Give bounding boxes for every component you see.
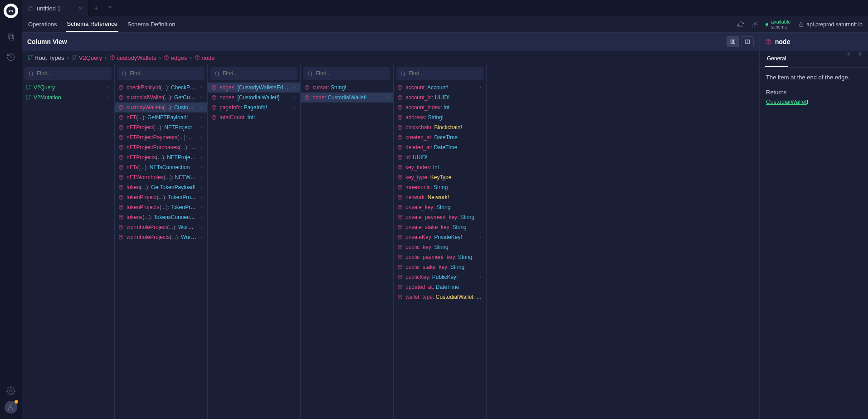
schema-item[interactable]: account_index: Int [394,102,486,112]
search-input[interactable] [37,70,108,77]
schema-item[interactable]: key_type: KeyType [394,172,486,182]
schema-item[interactable]: network: Network! [394,192,486,202]
close-icon[interactable] [78,6,83,11]
schema-item[interactable]: public_key: String [394,242,486,252]
schema-item[interactable]: nodes: [CustodialWallet!] [208,93,300,102]
schema-item[interactable]: key_index: Int [394,162,486,172]
column-view-button[interactable] [727,36,739,47]
schema-item[interactable]: node: CustodialWallet! [301,93,393,102]
schema-item[interactable]: V2Query [22,83,114,93]
schema-item[interactable]: nFTs(...): NFTsConnection [115,162,207,172]
schema-item[interactable]: V2Mutation [22,93,114,102]
column-search[interactable] [303,67,390,80]
column-5: account: Account!account_id: UUID!accoun… [394,64,487,419]
schema-item[interactable]: id: UUID! [394,152,486,162]
schema-item[interactable]: blockchain: Blockchain! [394,122,486,132]
svg-point-5 [10,390,12,392]
search-input[interactable] [130,70,201,77]
settings-gear-icon[interactable] [5,385,16,396]
refresh-icon[interactable] [737,21,744,28]
cube-icon [397,244,403,250]
menu-operations[interactable]: Operations [27,17,58,31]
schema-item[interactable]: public_payment_key: String [394,252,486,262]
detail-returns-type[interactable]: CustodialWallet [766,98,807,105]
history-icon[interactable] [5,52,16,63]
menu-schema-definition[interactable]: Schema Definition [127,17,176,31]
schema-item[interactable]: edges: [CustodyWalletsEdge!] [208,83,300,93]
schema-item[interactable]: tokenProjects(...): TokenProjects... [115,202,207,212]
schema-item[interactable]: wormholeProjects(...): Wormhole... [115,232,207,242]
schema-item[interactable]: mnemonic: String [394,182,486,192]
schema-item[interactable]: pageInfo: PageInfo! [208,102,300,112]
column-search[interactable] [24,67,112,80]
schema-item[interactable]: token(...): GetTokenPayload! [115,182,207,192]
breadcrumb: Root Types› V2Query› custodyWallets› edg… [22,51,759,64]
tab-untitled[interactable]: untitled 1 [22,0,89,16]
schema-item[interactable]: wallet_type: CustodialWalletType! [394,292,486,302]
schema-item[interactable]: tokenProject(...): TokenProject [115,192,207,202]
cube-icon [118,205,124,210]
schema-item[interactable]: address: String! [394,112,486,122]
schema-item[interactable]: nFTProjects(...): NFTProjectsCon... [115,152,207,162]
schema-item[interactable]: private_key: String [394,202,486,212]
breadcrumb-item[interactable]: edges [164,54,187,61]
add-tab-button[interactable] [89,0,103,16]
search-input[interactable] [409,70,480,77]
schema-item[interactable]: custodialWallet(...): GetCustodial... [115,93,207,102]
cube-icon [397,165,403,170]
schema-item[interactable]: nFTWormholes(...): NFTWormhol... [115,172,207,182]
schema-item[interactable]: nFTProject(...): NFTProject [115,122,207,132]
schema-item[interactable]: account_id: UUID! [394,93,486,102]
schema-item[interactable]: private_payment_key: String [394,212,486,222]
cube-icon [211,105,217,110]
cube-icon [118,145,124,150]
cube-icon [304,85,310,90]
branch-icon [27,55,33,60]
column-search[interactable] [117,67,205,80]
tab-menu-icon[interactable] [103,0,118,16]
detail-tab-general[interactable]: General [765,51,788,67]
search-input[interactable] [223,70,294,77]
search-input[interactable] [316,70,387,77]
user-avatar[interactable] [5,401,17,414]
cube-icon [118,195,124,200]
schema-item[interactable]: nFTProjectPayments(...): GetNFT... [115,132,207,142]
svg-rect-10 [799,24,803,26]
schema-item[interactable]: private_stake_key: String [394,222,486,232]
breadcrumb-item[interactable]: custodyWallets [110,54,156,61]
endpoint-display[interactable]: api.preprod.saturnnft.io [798,21,863,28]
tab-bar: untitled 1 [22,0,868,16]
schema-item[interactable]: privateKey: PrivateKey! [394,232,486,242]
chevron-right-icon [478,275,483,279]
files-icon[interactable] [5,32,16,43]
schema-item[interactable]: cursor: String! [301,83,393,93]
schema-item[interactable]: account: Account! [394,83,486,93]
svg-rect-8 [111,6,112,8]
gear-icon[interactable] [751,21,758,28]
menu-schema-reference[interactable]: Schema Reference [66,17,118,32]
schema-item[interactable]: public_stake_key: String [394,262,486,272]
schema-item[interactable]: publicKey: PublicKey! [394,272,486,282]
branch-icon [72,55,77,60]
column-search[interactable] [210,67,297,80]
schema-item[interactable]: deleted_at: DateTime [394,142,486,152]
search-icon [400,71,406,77]
panel-view-button[interactable] [741,36,754,47]
breadcrumb-item[interactable]: V2Query [72,54,102,61]
schema-item[interactable]: tokens(...): TokensConnection [115,212,207,222]
nav-back-icon[interactable] [846,51,853,67]
app-logo[interactable] [4,4,18,18]
schema-item[interactable]: nFTProjectPurchases(...): GetNFT... [115,142,207,152]
schema-item[interactable]: wormholeProject(...): Wormhole... [115,222,207,232]
schema-item[interactable]: custodyWallets(...): CustodyWall... [115,102,207,112]
schema-item[interactable]: totalCount: Int! [208,112,300,122]
schema-item[interactable]: nFT(...): GetNFTPayload! [115,112,207,122]
breadcrumb-item[interactable]: Root Types [27,54,64,61]
schema-item[interactable]: checkPolicyId(...): CheckPolicyIdP... [115,83,207,93]
schema-item[interactable]: updated_at: DateTime [394,282,486,292]
breadcrumb-item[interactable]: node [195,54,215,61]
nav-forward-icon[interactable] [856,51,863,67]
schema-item[interactable]: created_at: DateTime [394,132,486,142]
svg-point-9 [754,24,756,25]
column-search[interactable] [396,67,483,80]
